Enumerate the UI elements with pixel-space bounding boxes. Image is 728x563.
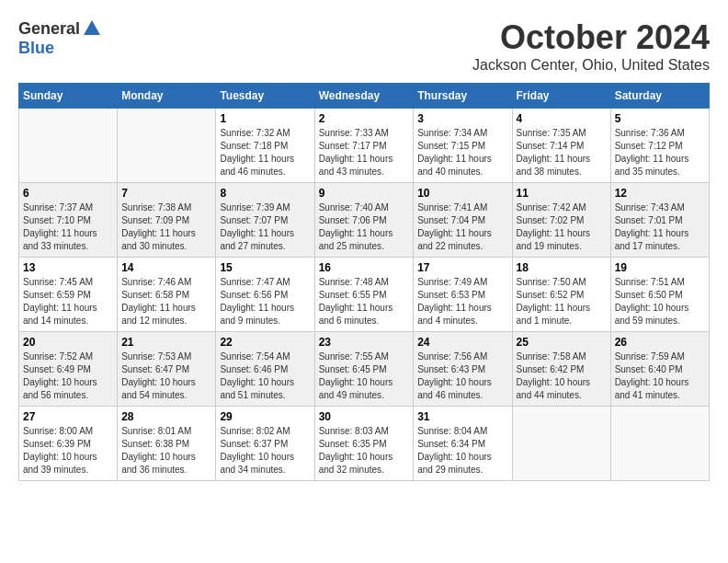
day-number: 26 (615, 336, 705, 349)
calendar-cell: 20Sunrise: 7:52 AMSunset: 6:49 PMDayligh… (19, 332, 118, 407)
day-info: Sunrise: 7:45 AMSunset: 6:59 PMDaylight:… (23, 276, 113, 327)
calendar-cell: 25Sunrise: 7:58 AMSunset: 6:42 PMDayligh… (512, 332, 610, 407)
day-info: Sunrise: 7:41 AMSunset: 7:04 PMDaylight:… (417, 201, 507, 253)
day-info: Sunrise: 7:55 AMSunset: 6:45 PMDaylight:… (319, 350, 410, 402)
day-number: 4 (517, 112, 607, 125)
svg-marker-0 (84, 20, 100, 35)
calendar-cell: 21Sunrise: 7:53 AMSunset: 6:47 PMDayligh… (118, 332, 216, 407)
day-info: Sunrise: 7:34 AMSunset: 7:15 PMDaylight:… (417, 127, 507, 178)
day-number: 17 (417, 261, 507, 274)
calendar-cell: 30Sunrise: 8:03 AMSunset: 6:35 PMDayligh… (314, 407, 414, 481)
calendar-header-row: Sunday Monday Tuesday Wednesday Thursday… (19, 84, 710, 109)
day-info: Sunrise: 7:52 AMSunset: 6:49 PMDaylight:… (23, 350, 113, 402)
calendar-cell: 19Sunrise: 7:51 AMSunset: 6:50 PMDayligh… (610, 258, 709, 332)
day-info: Sunrise: 7:42 AMSunset: 7:02 PMDaylight:… (517, 201, 607, 253)
day-number: 9 (319, 187, 410, 200)
title-section: October 2024 Jackson Center, Ohio, Unite… (472, 18, 710, 74)
day-number: 16 (319, 261, 410, 274)
day-number: 2 (319, 112, 410, 125)
day-number: 27 (23, 410, 113, 423)
day-number: 13 (23, 261, 113, 274)
calendar-cell: 9Sunrise: 7:40 AMSunset: 7:06 PMDaylight… (314, 183, 414, 258)
day-info: Sunrise: 8:03 AMSunset: 6:35 PMDaylight:… (319, 425, 410, 477)
day-info: Sunrise: 7:58 AMSunset: 6:42 PMDaylight:… (517, 350, 607, 402)
calendar-cell: 26Sunrise: 7:59 AMSunset: 6:40 PMDayligh… (610, 332, 709, 407)
day-info: Sunrise: 7:35 AMSunset: 7:14 PMDaylight:… (517, 127, 607, 178)
header-sunday: Sunday (19, 84, 118, 109)
header-monday: Monday (118, 84, 216, 109)
calendar-week-row: 20Sunrise: 7:52 AMSunset: 6:49 PMDayligh… (19, 332, 710, 407)
calendar-week-row: 27Sunrise: 8:00 AMSunset: 6:39 PMDayligh… (19, 407, 710, 481)
day-info: Sunrise: 7:59 AMSunset: 6:40 PMDaylight:… (615, 350, 705, 402)
calendar-cell (610, 407, 709, 481)
calendar-cell: 14Sunrise: 7:46 AMSunset: 6:58 PMDayligh… (118, 258, 216, 332)
day-info: Sunrise: 7:56 AMSunset: 6:43 PMDaylight:… (417, 350, 507, 402)
day-number: 30 (319, 410, 410, 423)
day-info: Sunrise: 7:49 AMSunset: 6:53 PMDaylight:… (417, 276, 507, 327)
day-info: Sunrise: 7:32 AMSunset: 7:18 PMDaylight:… (220, 127, 310, 178)
day-info: Sunrise: 8:02 AMSunset: 6:37 PMDaylight:… (220, 425, 310, 477)
calendar-cell: 22Sunrise: 7:54 AMSunset: 6:46 PMDayligh… (216, 332, 314, 407)
day-info: Sunrise: 7:33 AMSunset: 7:17 PMDaylight:… (319, 127, 410, 178)
header-friday: Friday (512, 84, 610, 109)
header-tuesday: Tuesday (216, 84, 314, 109)
calendar-cell (118, 109, 216, 183)
day-number: 8 (220, 187, 310, 200)
page-header: General Blue October 2024 Jackson Center… (18, 18, 710, 74)
day-info: Sunrise: 7:43 AMSunset: 7:01 PMDaylight:… (615, 201, 705, 253)
calendar-cell: 13Sunrise: 7:45 AMSunset: 6:59 PMDayligh… (19, 258, 118, 332)
calendar-cell: 6Sunrise: 7:37 AMSunset: 7:10 PMDaylight… (19, 183, 118, 258)
calendar-cell: 12Sunrise: 7:43 AMSunset: 7:01 PMDayligh… (610, 183, 709, 258)
calendar-cell: 8Sunrise: 7:39 AMSunset: 7:07 PMDaylight… (216, 183, 314, 258)
calendar-cell: 4Sunrise: 7:35 AMSunset: 7:14 PMDaylight… (512, 109, 610, 183)
day-number: 20 (23, 336, 113, 349)
day-info: Sunrise: 8:01 AMSunset: 6:38 PMDaylight:… (121, 425, 211, 477)
day-info: Sunrise: 7:47 AMSunset: 6:56 PMDaylight:… (220, 276, 310, 327)
logo-general: General (18, 19, 80, 39)
day-info: Sunrise: 7:36 AMSunset: 7:12 PMDaylight:… (615, 127, 705, 178)
calendar-cell: 29Sunrise: 8:02 AMSunset: 6:37 PMDayligh… (216, 407, 314, 481)
day-number: 18 (517, 261, 607, 274)
calendar-cell: 2Sunrise: 7:33 AMSunset: 7:17 PMDaylight… (314, 109, 414, 183)
day-info: Sunrise: 7:46 AMSunset: 6:58 PMDaylight:… (121, 276, 211, 327)
day-number: 5 (615, 112, 705, 125)
calendar-cell: 18Sunrise: 7:50 AMSunset: 6:52 PMDayligh… (512, 258, 610, 332)
logo-blue: Blue (18, 39, 54, 57)
day-number: 24 (417, 336, 507, 349)
calendar-cell (19, 109, 118, 183)
day-number: 22 (220, 336, 310, 349)
day-number: 12 (615, 187, 705, 200)
calendar-cell (512, 407, 610, 481)
header-wednesday: Wednesday (314, 84, 414, 109)
calendar-cell: 7Sunrise: 7:38 AMSunset: 7:09 PMDaylight… (118, 183, 216, 258)
day-info: Sunrise: 7:37 AMSunset: 7:10 PMDaylight:… (23, 201, 113, 253)
calendar-cell: 28Sunrise: 8:01 AMSunset: 6:38 PMDayligh… (118, 407, 216, 481)
calendar-cell: 15Sunrise: 7:47 AMSunset: 6:56 PMDayligh… (216, 258, 314, 332)
header-thursday: Thursday (414, 84, 512, 109)
day-number: 29 (220, 410, 310, 423)
day-number: 11 (517, 187, 607, 200)
day-info: Sunrise: 8:00 AMSunset: 6:39 PMDaylight:… (23, 425, 113, 477)
day-info: Sunrise: 7:53 AMSunset: 6:47 PMDaylight:… (121, 350, 211, 402)
calendar-cell: 17Sunrise: 7:49 AMSunset: 6:53 PMDayligh… (414, 258, 512, 332)
day-info: Sunrise: 7:48 AMSunset: 6:55 PMDaylight:… (319, 276, 410, 327)
calendar-cell: 31Sunrise: 8:04 AMSunset: 6:34 PMDayligh… (414, 407, 512, 481)
logo: General Blue (18, 18, 102, 58)
calendar-table: Sunday Monday Tuesday Wednesday Thursday… (18, 83, 710, 481)
day-number: 3 (417, 112, 507, 125)
day-info: Sunrise: 7:54 AMSunset: 6:46 PMDaylight:… (220, 350, 310, 402)
calendar-cell: 1Sunrise: 7:32 AMSunset: 7:18 PMDaylight… (216, 109, 314, 183)
calendar-cell: 24Sunrise: 7:56 AMSunset: 6:43 PMDayligh… (414, 332, 512, 407)
day-number: 14 (121, 261, 211, 274)
header-saturday: Saturday (610, 84, 709, 109)
day-number: 6 (23, 187, 113, 200)
calendar-week-row: 13Sunrise: 7:45 AMSunset: 6:59 PMDayligh… (19, 258, 710, 332)
day-number: 23 (319, 336, 410, 349)
day-number: 15 (220, 261, 310, 274)
day-number: 7 (121, 187, 211, 200)
day-info: Sunrise: 8:04 AMSunset: 6:34 PMDaylight:… (417, 425, 507, 477)
page-subtitle: Jackson Center, Ohio, United States (472, 57, 710, 74)
calendar-cell: 11Sunrise: 7:42 AMSunset: 7:02 PMDayligh… (512, 183, 610, 258)
calendar-cell: 10Sunrise: 7:41 AMSunset: 7:04 PMDayligh… (414, 183, 512, 258)
calendar-cell: 23Sunrise: 7:55 AMSunset: 6:45 PMDayligh… (314, 332, 414, 407)
